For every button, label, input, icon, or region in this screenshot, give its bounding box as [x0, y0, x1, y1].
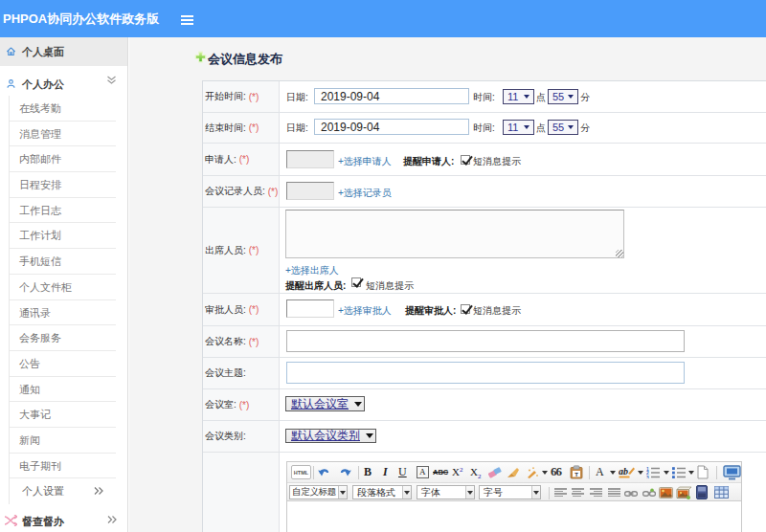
svg-text:T: T [574, 472, 578, 477]
svg-text:ab: ab [619, 466, 628, 477]
svg-text:3: 3 [646, 475, 649, 479]
